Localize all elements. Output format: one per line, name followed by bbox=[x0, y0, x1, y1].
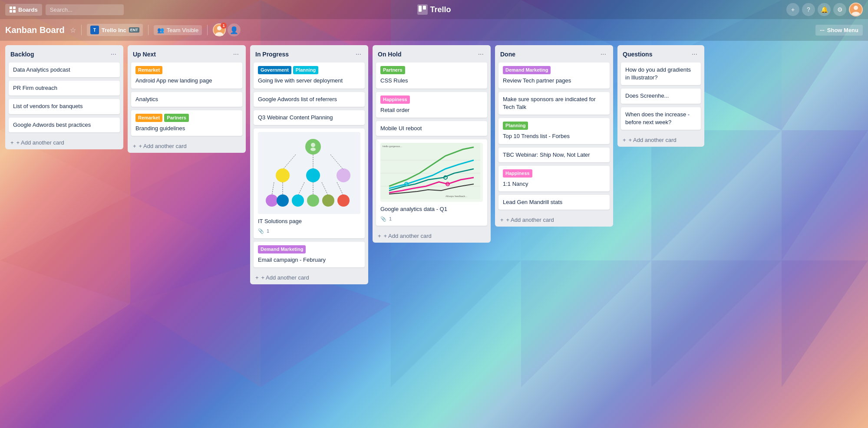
card-analytics[interactable]: Analytics bbox=[131, 92, 242, 107]
workspace-name: Trello Inc bbox=[102, 27, 126, 33]
card-pr-firm[interactable]: PR Firm outreach bbox=[9, 81, 120, 95]
list-questions-menu[interactable]: ··· bbox=[690, 49, 699, 59]
attachment-count: 1 bbox=[267, 228, 269, 234]
svg-point-52 bbox=[322, 194, 334, 207]
boards-button[interactable]: Boards bbox=[5, 4, 42, 16]
add-card-inprogress[interactable]: + + Add another card bbox=[250, 271, 368, 284]
boards-label: Boards bbox=[18, 7, 38, 13]
label-happiness2: Happiness bbox=[503, 169, 532, 178]
search-input[interactable] bbox=[46, 4, 124, 15]
list-backlog: Backlog ··· Data Analytics podcast PR Fi… bbox=[5, 45, 123, 149]
add-card-backlog[interactable]: + + Add another card bbox=[5, 136, 123, 149]
card-retail-order[interactable]: Happiness Retail order bbox=[376, 92, 487, 118]
board-title: Kanban Board bbox=[5, 25, 65, 35]
attachment-count2: 1 bbox=[389, 216, 392, 222]
card-google-analytics[interactable]: Hello gorgeous... Allsops feedback... Go… bbox=[376, 139, 487, 226]
list-onhold-title: On Hold bbox=[378, 51, 401, 58]
workspace-badge[interactable]: T Trello Inc ENT bbox=[87, 24, 143, 36]
card-top10-trends[interactable]: Planning Top 10 Trends list - Forbes bbox=[498, 118, 610, 144]
add-member-button[interactable]: 👤 bbox=[228, 23, 241, 36]
label-gov: Government bbox=[258, 66, 291, 74]
list-upnext-menu[interactable]: ··· bbox=[231, 49, 241, 59]
card-webinar-planning[interactable]: Q3 Webinar Content Planning bbox=[254, 110, 365, 125]
card-mobile-ui[interactable]: Mobile UI reboot bbox=[376, 121, 487, 136]
card-labels: Demand Marketing bbox=[258, 245, 360, 254]
card-lead-gen[interactable]: Lead Gen Mandrill stats bbox=[498, 195, 610, 210]
notifications-button[interactable]: 🔔 bbox=[818, 3, 831, 16]
add-card-questions[interactable]: + + Add another card bbox=[617, 133, 704, 147]
list-done: Done ··· Demand Marketing Review Tech pa… bbox=[495, 45, 613, 227]
label-partners2: Partners bbox=[380, 66, 405, 74]
card-android-app[interactable]: Remarket Android App new landing page bbox=[131, 63, 242, 89]
plus-icon: + bbox=[378, 233, 381, 239]
list-backlog-title: Backlog bbox=[10, 51, 34, 58]
card-server-deploy[interactable]: Government Planning Going live with serv… bbox=[254, 63, 365, 89]
list-inprogress-menu[interactable]: ··· bbox=[354, 49, 363, 59]
info-button[interactable]: ? bbox=[802, 3, 815, 16]
ellipsis-icon: ··· bbox=[820, 27, 825, 33]
members-area: 1 👤 bbox=[213, 23, 241, 36]
show-menu-button[interactable]: ··· Show Menu bbox=[815, 25, 863, 36]
card-vendors[interactable]: List of vendors for banquets bbox=[9, 99, 120, 114]
card-branding[interactable]: Remarket Partners Branding guidelines bbox=[131, 110, 242, 136]
add-card-upnext[interactable]: + + Add another card bbox=[128, 139, 246, 153]
card-labels: Partners bbox=[380, 66, 483, 74]
list-onhold-cards: Partners CSS Rules Happiness Retail orde… bbox=[373, 63, 491, 229]
star-button[interactable]: ☆ bbox=[70, 26, 76, 34]
list-inprogress: In Progress ··· Government Planning Goin… bbox=[250, 45, 368, 284]
list-onhold-menu[interactable]: ··· bbox=[476, 49, 485, 59]
card-email-campaign[interactable]: Demand Marketing Email campaign - Februa… bbox=[254, 242, 365, 268]
header-divider3 bbox=[207, 25, 208, 35]
add-card-onhold[interactable]: + + Add another card bbox=[373, 229, 491, 243]
settings-button[interactable]: ⚙ bbox=[833, 3, 846, 16]
svg-rect-30 bbox=[422, 6, 426, 10]
list-done-menu[interactable]: ··· bbox=[599, 49, 608, 59]
svg-line-47 bbox=[337, 182, 343, 196]
card-footer: 📎 1 bbox=[258, 228, 360, 234]
member-avatar-1[interactable]: 1 bbox=[213, 23, 226, 36]
card-illustrator[interactable]: How do you add gradients in Illustrator? bbox=[621, 63, 701, 85]
svg-point-50 bbox=[292, 194, 304, 207]
list-inprogress-cards: Government Planning Going live with serv… bbox=[250, 63, 368, 271]
card-css-rules[interactable]: Partners CSS Rules bbox=[376, 63, 487, 89]
card-it-solutions[interactable]: IT Solutions page 📎 1 bbox=[254, 128, 365, 238]
list-upnext-header: Up Next ··· bbox=[128, 45, 246, 63]
card-tbc-webinar[interactable]: TBC Webinar: Ship Now, Not Later bbox=[498, 148, 610, 162]
svg-point-31 bbox=[854, 6, 858, 10]
svg-line-38 bbox=[330, 155, 343, 170]
card-adwords-referrers[interactable]: Google Adwords list of referrers bbox=[254, 92, 365, 107]
attachment-icon: 📎 bbox=[258, 228, 264, 234]
card-adwords-best[interactable]: Google Adwords best practices bbox=[9, 118, 120, 132]
card-review-tech[interactable]: Demand Marketing Review Tech partner pag… bbox=[498, 63, 610, 89]
card-screenhe[interactable]: Does Screenhe... bbox=[621, 89, 701, 103]
card-1on1-nancy[interactable]: Happiness 1:1 Nancy bbox=[498, 166, 610, 192]
list-backlog-menu[interactable]: ··· bbox=[109, 49, 118, 59]
board-header: Kanban Board ☆ T Trello Inc ENT 👥 Team V… bbox=[0, 19, 868, 41]
visibility-badge[interactable]: 👥 Team Visible bbox=[154, 25, 202, 35]
add-button[interactable]: + bbox=[786, 3, 799, 16]
boards-icon bbox=[10, 7, 16, 13]
list-done-cards: Demand Marketing Review Tech partner pag… bbox=[495, 63, 613, 213]
svg-point-41 bbox=[337, 168, 350, 182]
header-divider2 bbox=[148, 25, 149, 35]
svg-text:Allsops feedback...: Allsops feedback... bbox=[446, 195, 468, 198]
card-increase[interactable]: When does the increase - before next wee… bbox=[621, 107, 701, 130]
list-questions-title: Questions bbox=[623, 51, 652, 58]
attachment-icon2: 📎 bbox=[380, 216, 386, 222]
workspace-icon: T bbox=[90, 26, 99, 34]
svg-point-51 bbox=[307, 194, 319, 207]
card-footer: 📎 1 bbox=[380, 216, 483, 222]
user-avatar[interactable] bbox=[849, 3, 863, 16]
topbar-right: + ? 🔔 ⚙ bbox=[786, 3, 863, 16]
list-done-header: Done ··· bbox=[495, 45, 613, 63]
card-sponsors-tech-talk[interactable]: Make sure sponsors are indicated for Tec… bbox=[498, 92, 610, 115]
svg-point-53 bbox=[337, 194, 350, 207]
add-card-done[interactable]: + + Add another card bbox=[495, 213, 613, 227]
plus-icon: + bbox=[623, 137, 626, 143]
card-data-analytics[interactable]: Data Analytics podcast bbox=[9, 63, 120, 77]
list-onhold: On Hold ··· Partners CSS Rules Happiness… bbox=[373, 45, 491, 243]
trello-logo-icon bbox=[417, 4, 427, 15]
list-upnext-title: Up Next bbox=[133, 51, 156, 58]
svg-point-48 bbox=[266, 194, 278, 207]
list-backlog-header: Backlog ··· bbox=[5, 45, 123, 63]
